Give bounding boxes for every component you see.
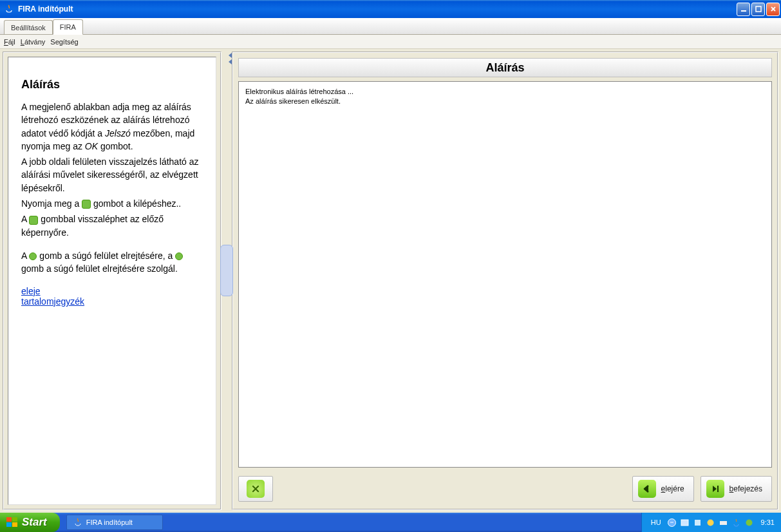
help-paragraph-4: A gombbal visszaléphet az előző képernyő…: [21, 213, 207, 239]
windows-taskbar: Start FIRA indítópult HU 9:31: [0, 513, 781, 532]
tray-icon-7[interactable]: [744, 518, 754, 527]
back-icon: [29, 216, 38, 225]
windows-flag-icon: [6, 517, 18, 527]
main-title: Aláírás: [238, 58, 772, 77]
svg-rect-1: [756, 6, 761, 12]
svg-rect-4: [12, 517, 17, 522]
finish-button-label: befejezés: [729, 484, 762, 493]
java-icon: [4, 4, 14, 14]
menu-help[interactable]: Segítség: [50, 38, 78, 46]
svg-rect-11: [720, 521, 727, 525]
log-line-1: Elektronikus aláírás létrehozása ...: [245, 87, 765, 97]
svg-rect-9: [695, 520, 701, 526]
svg-rect-8: [681, 520, 688, 526]
tray-icon-3[interactable]: [693, 518, 702, 527]
collapse-right-icon: [175, 252, 183, 260]
help-panel: Aláírás A megjelenő ablakban adja meg az…: [3, 52, 221, 510]
link-eleje[interactable]: eleje: [21, 286, 41, 296]
system-tray: HU 9:31: [641, 513, 781, 532]
tray-icon-1[interactable]: [667, 518, 677, 527]
arrow-left-icon: [638, 480, 656, 498]
tab-fira-label: FIRA: [60, 23, 76, 31]
menu-file-rest: ájl: [8, 38, 15, 46]
maximize-button[interactable]: [751, 3, 765, 16]
tray-icon-2[interactable]: [680, 518, 690, 527]
tab-fira[interactable]: FIRA: [53, 19, 83, 35]
tray-icon-4[interactable]: [706, 518, 715, 527]
splitter[interactable]: [224, 52, 229, 510]
tray-icon-6[interactable]: [731, 518, 741, 527]
svg-point-10: [707, 519, 713, 526]
clock[interactable]: 9:31: [761, 518, 775, 526]
back-button[interactable]: elejére: [632, 476, 694, 502]
help-heading: Aláírás: [21, 78, 207, 91]
menu-bar: Fájl Látvány Segítség: [0, 35, 781, 49]
skip-end-icon: [706, 480, 724, 498]
work-area: Aláírás A megjelenő ablakban adja meg az…: [0, 49, 781, 513]
taskbar-item-fira[interactable]: FIRA indítópult: [66, 515, 163, 530]
cancel-button[interactable]: [238, 476, 273, 502]
back-button-label: elejére: [661, 484, 684, 493]
start-button[interactable]: Start: [0, 513, 60, 532]
help-scroll-area[interactable]: Aláírás A megjelenő ablakban adja meg az…: [8, 57, 216, 505]
finish-button[interactable]: befejezés: [701, 476, 772, 502]
finish-icon: [82, 200, 91, 209]
close-button[interactable]: [766, 3, 780, 16]
splitter-handle[interactable]: [220, 245, 233, 296]
tab-strip: Beállítások FIRA: [0, 18, 781, 35]
window-title: FIRA indítópult: [18, 5, 737, 14]
help-paragraph-5: A gomb a súgó felület elrejtésére, a gom…: [21, 249, 207, 276]
java-small-icon: [73, 518, 82, 527]
svg-rect-5: [6, 522, 12, 527]
tab-settings[interactable]: Beállítások: [4, 20, 53, 34]
cancel-icon: [247, 480, 265, 498]
svg-rect-2: [717, 486, 719, 492]
help-paragraph-3: Nyomja meg a gombot a kilépéshez..: [21, 197, 207, 210]
help-paragraph-1: A megjelenő ablakban adja meg az aláírás…: [21, 100, 207, 153]
button-bar: elejére befejezés: [238, 474, 772, 504]
minimize-button[interactable]: [737, 3, 750, 16]
log-line-2: Az aláírás sikeresen elkészült.: [245, 97, 765, 106]
svg-rect-0: [741, 10, 746, 12]
help-paragraph-2: A jobb oldali felületen visszajelzés lát…: [21, 155, 207, 195]
menu-view-rest: átvány: [24, 38, 45, 46]
main-panel: Aláírás Elektronikus aláírás létrehozása…: [232, 52, 778, 510]
svg-rect-3: [6, 517, 12, 522]
splitter-collapse-icon[interactable]: [229, 53, 232, 58]
collapse-left-icon: [29, 252, 37, 260]
tray-icon-5[interactable]: [719, 518, 728, 527]
link-toc[interactable]: tartalomjegyzék: [21, 296, 84, 307]
language-indicator[interactable]: HU: [651, 518, 661, 526]
menu-file[interactable]: Fájl: [4, 38, 15, 46]
menu-help-label: Segítség: [50, 38, 78, 46]
tab-settings-label: Beállítások: [11, 24, 46, 32]
splitter-collapse-icon-2[interactable]: [229, 59, 232, 64]
svg-point-12: [746, 519, 752, 526]
svg-rect-6: [12, 522, 17, 527]
log-area: Elektronikus aláírás létrehozása ... Az …: [238, 81, 772, 468]
window-titlebar: FIRA indítópult: [0, 0, 781, 18]
start-label: Start: [22, 516, 47, 529]
taskbar-item-label: FIRA indítópult: [86, 518, 133, 526]
menu-view[interactable]: Látvány: [21, 38, 46, 46]
